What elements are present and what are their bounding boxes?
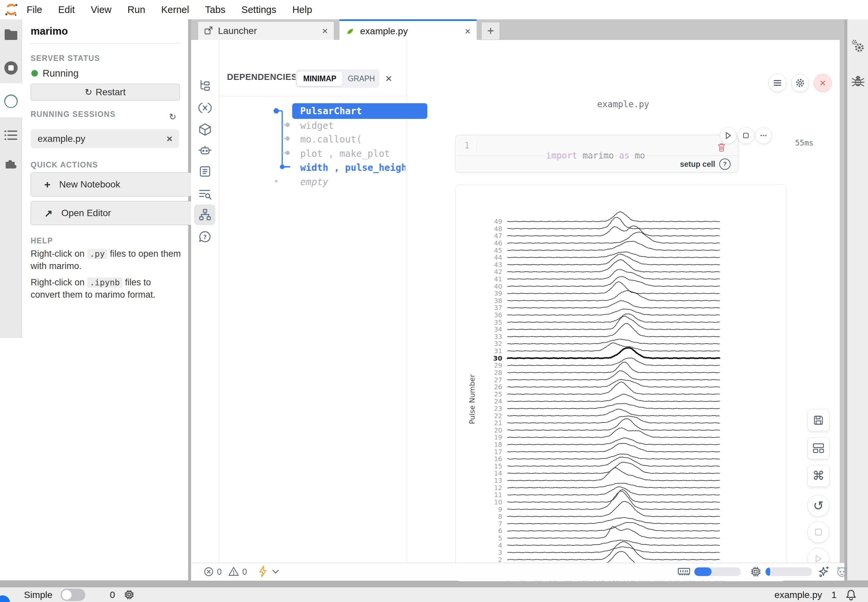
extensions-icon[interactable] [4,157,18,170]
sessions-list-icon[interactable] [4,129,18,141]
plus-icon: + [44,178,51,191]
svg-text:46: 46 [494,240,502,247]
divider [31,43,180,44]
chart-output-card: 0123456789101112131415161718192021222324… [455,184,787,581]
session-list-item[interactable]: example.py × [31,129,179,148]
svg-text:14: 14 [494,470,502,477]
tab-example-py[interactable]: example.py × [339,19,477,41]
close-panel-icon[interactable]: × [385,72,392,85]
bell-icon[interactable] [845,589,857,601]
menu-item-edit[interactable]: Edit [58,4,75,15]
kernel-chip-icon[interactable] [124,589,135,600]
ai-robot-icon[interactable] [198,144,212,157]
setup-help-icon[interactable]: ? [719,158,730,170]
svg-text:41: 41 [494,275,502,283]
tab-launcher[interactable]: Launcher × [198,21,334,40]
run-cell-button[interactable] [720,127,736,144]
logs-scroll-icon[interactable] [198,165,212,178]
menu-item-settings[interactable]: Settings [241,4,276,15]
chevron-down-icon[interactable] [272,570,279,574]
app-logo-icon[interactable] [4,2,18,17]
toggle-minimap[interactable]: MINIMAP [297,72,342,86]
notebook-shutdown-button[interactable]: × [814,74,832,92]
menu-item-kernel[interactable]: Kernel [161,4,189,15]
menu-item-file[interactable]: File [27,4,42,15]
deps-tool-rail: ? [191,40,219,563]
svg-text:3: 3 [498,549,502,556]
svg-text:44: 44 [494,254,502,261]
svg-text:21: 21 [494,419,502,427]
tab-bar: Launcher × example.py × + [191,19,844,40]
refresh-sessions-icon[interactable]: ↻ [169,112,176,122]
svg-text:26: 26 [494,383,502,391]
variables-icon[interactable] [198,101,212,115]
menu-item-help[interactable]: Help [292,4,312,15]
stop-cell-button[interactable] [738,127,754,144]
new-tab-button[interactable]: + [481,22,500,40]
notification-bubble[interactable] [0,595,10,602]
help-paragraph-py: Right-click on .py files to open them wi… [31,248,181,272]
more-cell-actions-button[interactable] [755,127,772,144]
dependencies-graph-icon[interactable] [198,208,212,221]
errors-icon[interactable] [204,567,214,577]
restart-button[interactable]: ↻ Restart [31,84,180,101]
run-stale-lightning-icon[interactable] [258,565,268,577]
file-tree-icon[interactable] [198,79,212,92]
cpu-usage-bar [765,567,812,576]
menu-item-run[interactable]: Run [127,4,145,15]
files-icon[interactable] [4,29,18,41]
marimo-logo-icon[interactable] [3,93,19,109]
tree-node-width-vars[interactable]: width , pulse_height , n_poi [300,162,405,173]
marimo-sidebar-panel: marimo SERVER STATUS Running ↻ Restart R… [22,19,189,580]
svg-text:11: 11 [494,491,502,499]
toggle-graph[interactable]: GRAPH [342,72,380,86]
stop-all-button[interactable] [807,521,830,543]
save-button[interactable] [807,409,830,431]
launcher-icon [204,26,213,35]
warnings-icon[interactable] [229,567,239,576]
tree-node-callout[interactable]: mo.callout( [300,134,362,145]
notebook-scrollbar[interactable] [840,40,844,563]
layout-button[interactable] [807,437,830,459]
help-bubble-icon[interactable]: ? [198,230,212,244]
package-icon[interactable] [198,123,212,136]
tree-node-plot[interactable]: plot , make_plot [300,148,390,159]
setup-cell-label: setup cell [662,160,715,169]
menu-item-tabs[interactable]: Tabs [205,4,225,15]
svg-text:49: 49 [494,218,502,226]
close-session-icon[interactable]: × [166,133,172,144]
debugger-bug-icon[interactable] [851,75,865,88]
svg-text:25: 25 [494,390,502,398]
svg-text:43: 43 [494,261,502,269]
svg-text:12: 12 [494,484,502,492]
copilot-face-icon[interactable] [836,566,848,578]
svg-text:35: 35 [494,319,502,326]
svg-text:15: 15 [494,462,502,470]
marimo-leaf-icon [346,27,355,35]
search-logs-icon[interactable] [198,187,212,200]
dependencies-title: DEPENDENCIES [227,72,297,82]
svg-text:28: 28 [494,369,502,376]
open-editor-button[interactable]: ↗ Open Editor [31,201,193,225]
delete-cell-icon[interactable] [717,143,726,152]
svg-text:20: 20 [494,427,502,434]
undo-button[interactable]: ↺ [807,495,830,517]
simple-mode-toggle[interactable] [61,589,85,601]
kernel-count: 0 [110,590,115,600]
command-palette-button[interactable]: ⌘ [807,465,830,487]
notebook-menu-button[interactable] [768,74,787,92]
close-tab-icon[interactable]: × [322,25,328,37]
app-menubar: File Edit View Run Kernel Tabs Settings … [0,0,868,19]
property-inspector-icon[interactable] [851,39,865,53]
tree-node-empty[interactable]: empty [300,177,328,187]
code-cell[interactable]: 1 import marimo as mo setup cell ? [455,135,738,172]
svg-text:34: 34 [494,326,502,333]
notebook-settings-button[interactable] [791,74,809,92]
ai-sparkle-icon[interactable] [818,565,830,578]
tree-node-widget[interactable]: widget [300,120,334,131]
new-notebook-button[interactable]: + New Notebook [31,172,193,197]
svg-text:29: 29 [494,362,502,369]
close-tab-icon[interactable]: × [465,26,471,37]
running-kernels-icon[interactable] [4,61,18,75]
menu-item-view[interactable]: View [91,4,112,15]
